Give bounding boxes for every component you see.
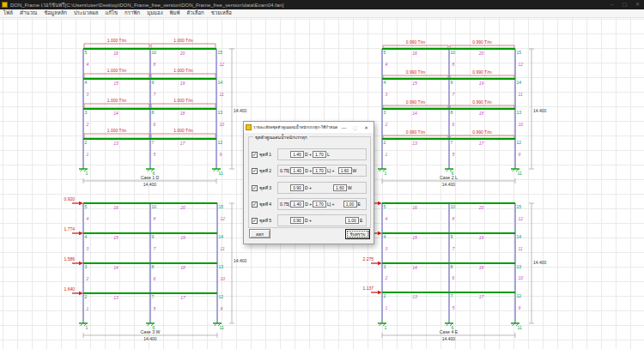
combination-checkbox-3[interactable]: ✓ — [252, 185, 258, 191]
svg-text:11: 11 — [221, 246, 225, 251]
svg-text:10: 10 — [220, 122, 225, 127]
factor-field[interactable]: 1.70 — [313, 167, 326, 174]
frame-case-2-l: 0.990 T/m0.990 T/m0.990 T/m0.990 T/m0.99… — [378, 39, 547, 188]
svg-text:1.586: 1.586 — [64, 256, 75, 262]
load-factor-groupbox: ชุดตัวคูณผสมน้ำหนักบรรทุก ✓ชุดที่ 11.40D… — [248, 136, 371, 228]
svg-text:5: 5 — [384, 50, 386, 55]
svg-text:9: 9 — [221, 306, 223, 311]
menu-item-4[interactable]: ประมวลผล — [70, 9, 101, 17]
svg-text:19: 19 — [180, 81, 185, 86]
svg-text:14: 14 — [113, 111, 118, 116]
svg-text:7: 7 — [152, 140, 155, 145]
svg-text:13: 13 — [113, 141, 118, 146]
svg-text:14.400: 14.400 — [533, 260, 547, 265]
svg-text:8: 8 — [154, 62, 156, 67]
svg-text:18: 18 — [479, 111, 484, 116]
svg-text:1: 1 — [385, 325, 387, 330]
titlebar: DON_Frame เวอร์ชันฟรี[C:\Users\user\Desk… — [0, 0, 644, 9]
factor-field[interactable]: 1.60 — [338, 167, 352, 174]
svg-text:4: 4 — [386, 62, 388, 67]
svg-text:7: 7 — [453, 92, 455, 97]
svg-text:9: 9 — [451, 234, 453, 239]
svg-text:15: 15 — [412, 81, 417, 86]
formula-panel: 0.75[1.40D +1.70L] +1.00E — [277, 198, 367, 210]
combination-checkbox-2[interactable]: ✓ — [252, 168, 258, 174]
minimize-icon[interactable]: – — [605, 0, 618, 9]
dialog-minimize-icon[interactable]: — — [338, 123, 349, 133]
formula-text: L] + — [327, 202, 334, 207]
svg-text:14.400: 14.400 — [143, 182, 157, 187]
svg-text:14: 14 — [219, 234, 224, 239]
svg-text:0.990 T/m: 0.990 T/m — [406, 129, 425, 135]
load-combination-dialog: รายละเอียดชุดตัวคูณผสมน้ำหนักบรรทุก-ใช้ก… — [243, 121, 374, 244]
menu-item-7[interactable]: มุมมอง — [143, 9, 166, 17]
factor-field[interactable]: 1.40 — [290, 151, 304, 158]
combination-checkbox-4[interactable]: ✓ — [252, 202, 258, 208]
svg-text:10: 10 — [152, 204, 157, 209]
formula-text: W — [353, 168, 357, 173]
svg-text:13: 13 — [218, 110, 223, 115]
menu-item-2[interactable]: คำนวณ — [16, 9, 40, 17]
factor-field[interactable]: 1.40 — [290, 167, 304, 174]
svg-text:8: 8 — [453, 62, 455, 67]
combination-checkbox-5[interactable]: ✓ — [252, 218, 258, 224]
svg-text:14.400: 14.400 — [234, 258, 247, 263]
exit-button[interactable]: ออก — [249, 229, 270, 238]
svg-text:13: 13 — [412, 141, 417, 146]
factor-field[interactable]: 1.40 — [290, 201, 304, 208]
dialog-close-icon[interactable]: ✕ — [361, 123, 372, 133]
menu-item-10[interactable]: ช่วยเหลือ — [208, 9, 235, 17]
menu-item-5[interactable]: แก้ไข — [101, 9, 121, 17]
menu-item-6[interactable]: กราฟิก — [121, 9, 143, 17]
formula-text: L] + — [327, 168, 334, 173]
combination-row-1: ✓ชุดที่ 11.40D +1.70L — [252, 147, 367, 161]
menu-item-9[interactable]: ตัวเลือก — [183, 9, 207, 17]
svg-text:15: 15 — [517, 50, 522, 55]
factor-field[interactable]: 1.00 — [345, 217, 359, 224]
formula-text: E — [358, 202, 361, 207]
svg-text:9: 9 — [152, 80, 155, 85]
svg-text:10: 10 — [519, 122, 524, 127]
factor-field[interactable]: 0.90 — [290, 184, 304, 191]
factor-field[interactable]: 1.00 — [343, 201, 357, 208]
svg-text:4: 4 — [87, 62, 89, 67]
combination-checkbox-1[interactable]: ✓ — [252, 152, 258, 158]
formula-text: 0.75[ — [280, 168, 289, 173]
svg-text:19: 19 — [180, 235, 185, 240]
groupbox-label: ชุดตัวคูณผสมน้ำหนักบรรทุก — [253, 134, 309, 141]
svg-text:18: 18 — [180, 265, 185, 270]
factor-field[interactable]: 1.70 — [313, 151, 326, 158]
acknowledge-button[interactable]: รับทราบ — [345, 229, 370, 239]
menu-item-8[interactable]: พิมพ์ — [167, 9, 184, 17]
combination-row-3: ✓ชุดที่ 30.90D +1.60W — [252, 181, 367, 195]
maximize-icon[interactable]: ▢ — [618, 0, 631, 9]
svg-text:20: 20 — [179, 205, 185, 210]
formula-panel: 1.40D +1.70L — [277, 148, 367, 160]
svg-text:5: 5 — [453, 305, 455, 310]
combination-label: ชุดที่ 2 — [259, 167, 277, 174]
svg-text:3: 3 — [85, 110, 88, 115]
menu-item-1[interactable]: ไฟล์ — [0, 9, 16, 17]
svg-text:15: 15 — [517, 204, 522, 209]
svg-text:2: 2 — [385, 122, 388, 127]
svg-text:7: 7 — [154, 246, 156, 251]
dialog-titlebar: รายละเอียดชุดตัวคูณผสมน้ำหนักบรรทุก-ใช้ก… — [244, 122, 374, 133]
svg-text:15: 15 — [218, 50, 223, 55]
factor-field[interactable]: 1.70 — [313, 201, 326, 208]
svg-text:14: 14 — [517, 234, 522, 239]
spacer — [278, 171, 279, 171]
svg-text:0.920: 0.920 — [64, 196, 75, 202]
close-icon[interactable]: ✕ — [631, 0, 644, 9]
svg-text:1: 1 — [386, 305, 388, 310]
svg-text:4: 4 — [384, 234, 386, 239]
menu-item-3[interactable]: ข้อมูลหลัก — [40, 9, 70, 17]
factor-field[interactable]: 0.90 — [290, 217, 304, 224]
factor-field[interactable]: 1.60 — [333, 184, 347, 191]
svg-text:14.400: 14.400 — [143, 336, 157, 341]
svg-text:1.000 T/m: 1.000 T/m — [173, 128, 192, 133]
svg-text:2: 2 — [86, 276, 89, 281]
svg-text:14: 14 — [218, 80, 223, 85]
svg-text:1: 1 — [86, 171, 88, 176]
svg-text:9: 9 — [152, 234, 155, 239]
dialog-title: รายละเอียดชุดตัวคูณผสมน้ำหนักบรรทุก-ใช้ก… — [253, 124, 338, 130]
